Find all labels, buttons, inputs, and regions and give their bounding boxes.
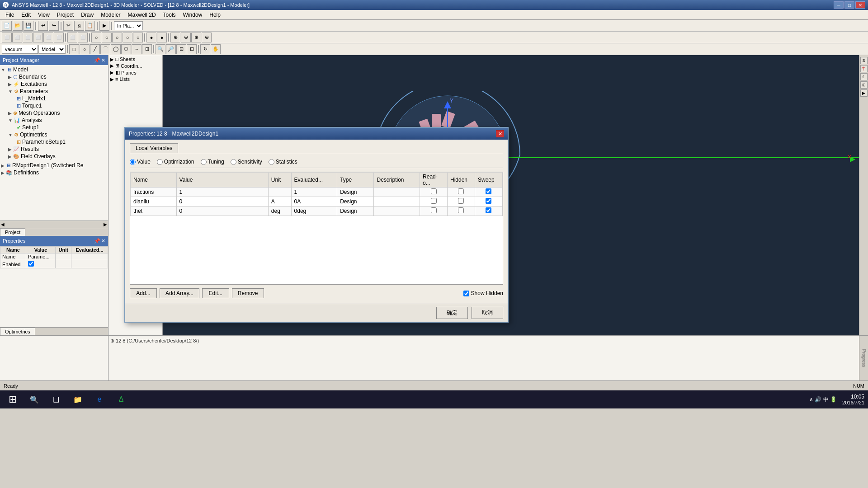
tool-15[interactable]: ●: [157, 33, 167, 42]
radio-sensitivity-input[interactable]: [231, 159, 236, 165]
local-vars-tab[interactable]: Local Variables: [130, 143, 178, 153]
scroll-right-btn[interactable]: ▶: [104, 222, 107, 227]
draw-spline[interactable]: ~: [132, 44, 142, 54]
tree-item-excitations[interactable]: ▶ ⚡ Excitations: [1, 80, 107, 88]
dialog-close-btn[interactable]: ✕: [496, 130, 504, 137]
dianliu-hidden-cb[interactable]: [458, 198, 464, 204]
draw-poly[interactable]: ⬡: [121, 44, 131, 54]
menu-project[interactable]: Project: [53, 11, 77, 19]
var-thet-input[interactable]: [179, 208, 265, 214]
remove-button[interactable]: Remove: [232, 288, 264, 298]
save-btn[interactable]: 💾: [24, 21, 33, 31]
props-enabled-value[interactable]: [26, 260, 55, 268]
draw-arc[interactable]: ⌒: [100, 44, 110, 54]
thet-hidden-cb[interactable]: [458, 207, 464, 213]
new-btn[interactable]: 📄: [2, 21, 12, 31]
enabled-checkbox[interactable]: [28, 261, 34, 267]
radio-statistics[interactable]: Statistics: [269, 159, 297, 165]
var-fractions-value[interactable]: [176, 188, 268, 197]
radio-tuning-input[interactable]: [201, 159, 207, 165]
view-dropdown[interactable]: Model: [38, 45, 66, 54]
add-button[interactable]: Add...: [130, 288, 157, 298]
tree-item-model[interactable]: ▼ 🖥 Model: [1, 66, 107, 73]
tool-1[interactable]: ⬜: [2, 33, 12, 42]
tree-item-lmatrix[interactable]: ⊞ L_Matrix1: [1, 95, 107, 102]
thet-sweep-cb[interactable]: [486, 207, 491, 213]
tool-10[interactable]: ○: [102, 33, 112, 42]
menu-maxwell2d[interactable]: Maxwell 2D: [124, 11, 160, 19]
tool-8[interactable]: ⬜: [78, 33, 88, 42]
var-dianliu-readonly[interactable]: [420, 197, 448, 206]
undo-btn[interactable]: ↩: [38, 21, 48, 31]
dianliu-sweep-cb[interactable]: [486, 198, 491, 204]
tree-item-mesh[interactable]: ▶ ⊗ Mesh Operations: [1, 109, 107, 117]
copy-btn[interactable]: ⎘: [74, 21, 84, 31]
radio-tuning[interactable]: Tuning: [201, 159, 224, 165]
radio-value-input[interactable]: [130, 159, 136, 165]
menu-file[interactable]: File: [2, 11, 18, 19]
paste-btn[interactable]: 📋: [85, 21, 95, 31]
zoom-out[interactable]: 🔎: [166, 44, 176, 54]
tree-item-fieldoverlays[interactable]: ▶ 🎨 Field Overlays: [1, 153, 107, 160]
zoom-fit[interactable]: ⊡: [176, 44, 186, 54]
scroll-left-btn[interactable]: ◀: [1, 222, 5, 227]
tool-18[interactable]: ⊕: [191, 33, 201, 42]
fractions-hidden-cb[interactable]: [458, 188, 464, 194]
open-btn[interactable]: 📂: [13, 21, 23, 31]
panel-pin-btn[interactable]: 📌: [94, 57, 100, 63]
pan-view[interactable]: ✋: [211, 44, 221, 54]
ok-button[interactable]: 确定: [436, 307, 468, 319]
plane-dropdown[interactable]: In Pla...: [114, 21, 143, 30]
zoom-sel[interactable]: ⊞: [187, 44, 197, 54]
tab-project[interactable]: Project: [0, 228, 25, 236]
radio-sensitivity[interactable]: Sensitivity: [231, 159, 262, 165]
fractions-readonly-cb[interactable]: [431, 188, 437, 194]
rt-btn-5[interactable]: ▶: [860, 89, 868, 97]
var-thet-sweep[interactable]: [475, 206, 502, 216]
menu-modeler[interactable]: Modeler: [97, 11, 124, 19]
edit-button[interactable]: Edit...: [202, 288, 229, 298]
tool-5[interactable]: ⬜: [43, 33, 53, 42]
menu-view[interactable]: View: [34, 11, 53, 19]
cut-btn[interactable]: ✂: [63, 21, 73, 31]
var-row-fractions[interactable]: fractions 1 Design: [131, 188, 503, 197]
menu-help[interactable]: Help: [206, 11, 224, 19]
var-row-dianliu[interactable]: dianliu A 0A Design: [131, 197, 503, 206]
folder-button[interactable]: 📁: [69, 391, 87, 408]
menu-draw[interactable]: Draw: [77, 11, 97, 19]
var-fractions-sweep[interactable]: [475, 188, 502, 197]
radio-optimization-input[interactable]: [157, 159, 163, 165]
tree-item-torque[interactable]: ⊞ Torque1: [1, 102, 107, 109]
draw-line[interactable]: ╱: [90, 44, 100, 54]
rt-btn-1[interactable]: S: [860, 57, 868, 64]
tool-16[interactable]: ⊕: [170, 33, 180, 42]
tool-6[interactable]: ⬜: [54, 33, 64, 42]
var-fractions-hidden[interactable]: [448, 188, 475, 197]
draw-region[interactable]: ⊞: [142, 44, 152, 54]
maximize-button[interactable]: □: [844, 1, 854, 9]
task-view-button[interactable]: ❑: [47, 391, 65, 408]
tree-item-paramsetup[interactable]: ⊞ ParametricSetup1: [1, 138, 107, 145]
rt-btn-2[interactable]: 中: [860, 65, 868, 72]
menu-edit[interactable]: Edit: [18, 11, 34, 19]
var-thet-hidden[interactable]: [448, 206, 475, 216]
tool-2[interactable]: ⬜: [12, 33, 22, 42]
ansys-button[interactable]: Δ: [112, 391, 130, 408]
props-close-btn[interactable]: ✕: [101, 238, 105, 244]
tool-13[interactable]: ○: [133, 33, 143, 42]
var-row-thet[interactable]: thet deg 0deg Design: [131, 206, 503, 216]
tree-item-setup1[interactable]: ✔ Setup1: [1, 124, 107, 131]
ct-item-sheets[interactable]: ▶ □ Sheets: [109, 56, 161, 62]
cancel-button[interactable]: 取消: [472, 307, 503, 319]
tree-item-boundaries[interactable]: ▶ ⬡ Boundaries: [1, 73, 107, 80]
ie-button[interactable]: e: [90, 391, 108, 408]
rotate-view[interactable]: ↻: [200, 44, 210, 54]
sim-btn[interactable]: ▶: [99, 21, 109, 31]
tree-item-analysis[interactable]: ▼ 📊 Analysis: [1, 117, 107, 124]
show-hidden-checkbox[interactable]: [463, 291, 469, 296]
var-dianliu-input[interactable]: [179, 198, 265, 205]
tool-11[interactable]: ○: [112, 33, 122, 42]
var-fractions-input[interactable]: [179, 189, 265, 195]
panel-close-btn[interactable]: ✕: [101, 57, 105, 63]
draw-ellipse[interactable]: ◯: [111, 44, 121, 54]
